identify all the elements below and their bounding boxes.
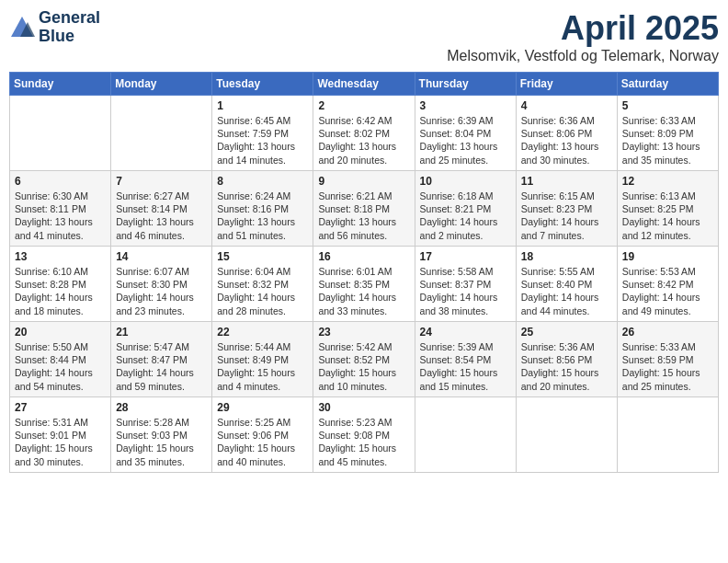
logo-line1: General [39, 9, 100, 28]
day-number: 19 [622, 250, 713, 263]
day-info: Sunrise: 5:25 AM Sunset: 9:06 PM Dayligh… [217, 416, 308, 468]
day-number: 11 [521, 175, 612, 188]
day-number: 25 [521, 326, 612, 339]
day-number: 1 [217, 99, 308, 112]
day-info: Sunrise: 6:24 AM Sunset: 8:16 PM Dayligh… [217, 190, 308, 242]
day-number: 4 [521, 99, 612, 112]
calendar-week-1: 1Sunrise: 6:45 AM Sunset: 7:59 PM Daylig… [10, 96, 719, 171]
day-info: Sunrise: 5:33 AM Sunset: 8:59 PM Dayligh… [622, 340, 713, 393]
calendar-cell: 22Sunrise: 5:44 AM Sunset: 8:49 PM Dayli… [212, 322, 313, 397]
logo-icon [9, 15, 35, 40]
day-info: Sunrise: 6:45 AM Sunset: 7:59 PM Dayligh… [217, 114, 308, 167]
calendar-cell: 10Sunrise: 6:18 AM Sunset: 8:21 PM Dayli… [415, 171, 516, 247]
day-info: Sunrise: 6:27 AM Sunset: 8:14 PM Dayligh… [116, 190, 207, 242]
calendar-cell: 1Sunrise: 6:45 AM Sunset: 7:59 PM Daylig… [212, 96, 313, 171]
calendar-cell [111, 96, 212, 171]
day-info: Sunrise: 6:01 AM Sunset: 8:35 PM Dayligh… [318, 265, 409, 317]
day-number: 30 [318, 401, 409, 414]
day-number: 21 [116, 326, 207, 339]
calendar-cell [415, 397, 516, 473]
calendar-cell: 23Sunrise: 5:42 AM Sunset: 8:52 PM Dayli… [313, 322, 415, 397]
day-number: 8 [217, 175, 308, 188]
calendar-cell: 7Sunrise: 6:27 AM Sunset: 8:14 PM Daylig… [111, 171, 212, 247]
month-title: April 2025 [447, 9, 719, 48]
day-number: 14 [116, 250, 207, 263]
logo: General Blue [9, 9, 100, 46]
calendar-cell: 16Sunrise: 6:01 AM Sunset: 8:35 PM Dayli… [313, 247, 415, 322]
calendar-cell: 12Sunrise: 6:13 AM Sunset: 8:25 PM Dayli… [617, 171, 718, 247]
calendar-table: SundayMondayTuesdayWednesdayThursdayFrid… [9, 72, 719, 473]
calendar-cell: 24Sunrise: 5:39 AM Sunset: 8:54 PM Dayli… [415, 322, 516, 397]
day-number: 17 [420, 250, 511, 263]
title-block: April 2025 Melsomvik, Vestfold og Telema… [447, 9, 719, 64]
day-number: 26 [622, 326, 713, 339]
day-info: Sunrise: 6:13 AM Sunset: 8:25 PM Dayligh… [622, 190, 713, 242]
day-info: Sunrise: 5:39 AM Sunset: 8:54 PM Dayligh… [420, 340, 511, 393]
calendar-cell: 11Sunrise: 6:15 AM Sunset: 8:23 PM Dayli… [516, 171, 617, 247]
day-info: Sunrise: 5:53 AM Sunset: 8:42 PM Dayligh… [622, 265, 713, 317]
calendar-week-3: 13Sunrise: 6:10 AM Sunset: 8:28 PM Dayli… [10, 247, 719, 322]
location-title: Melsomvik, Vestfold og Telemark, Norway [447, 48, 719, 64]
calendar-week-2: 6Sunrise: 6:30 AM Sunset: 8:11 PM Daylig… [10, 171, 719, 247]
calendar-cell: 15Sunrise: 6:04 AM Sunset: 8:32 PM Dayli… [212, 247, 313, 322]
day-number: 29 [217, 401, 308, 414]
day-info: Sunrise: 6:39 AM Sunset: 8:04 PM Dayligh… [420, 114, 511, 167]
day-number: 24 [420, 326, 511, 339]
calendar-cell: 4Sunrise: 6:36 AM Sunset: 8:06 PM Daylig… [516, 96, 617, 171]
weekday-header-saturday: Saturday [617, 73, 718, 96]
day-info: Sunrise: 6:10 AM Sunset: 8:28 PM Dayligh… [15, 265, 106, 317]
calendar-cell: 28Sunrise: 5:28 AM Sunset: 9:03 PM Dayli… [111, 397, 212, 473]
day-number: 15 [217, 250, 308, 263]
calendar-cell: 25Sunrise: 5:36 AM Sunset: 8:56 PM Dayli… [516, 322, 617, 397]
calendar-cell [10, 96, 111, 171]
logo-text: General Blue [39, 9, 100, 46]
calendar-cell: 14Sunrise: 6:07 AM Sunset: 8:30 PM Dayli… [111, 247, 212, 322]
day-info: Sunrise: 5:28 AM Sunset: 9:03 PM Dayligh… [116, 416, 207, 468]
calendar-cell [516, 397, 617, 473]
calendar-cell: 27Sunrise: 5:31 AM Sunset: 9:01 PM Dayli… [10, 397, 111, 473]
weekday-header-monday: Monday [111, 73, 212, 96]
calendar-cell: 18Sunrise: 5:55 AM Sunset: 8:40 PM Dayli… [516, 247, 617, 322]
day-number: 13 [15, 250, 106, 263]
calendar-cell: 8Sunrise: 6:24 AM Sunset: 8:16 PM Daylig… [212, 171, 313, 247]
page-header: General Blue April 2025 Melsomvik, Vestf… [9, 9, 719, 64]
day-info: Sunrise: 5:36 AM Sunset: 8:56 PM Dayligh… [521, 340, 612, 393]
day-info: Sunrise: 6:33 AM Sunset: 8:09 PM Dayligh… [622, 114, 713, 167]
weekday-header-wednesday: Wednesday [313, 73, 415, 96]
day-number: 7 [116, 175, 207, 188]
calendar-cell: 29Sunrise: 5:25 AM Sunset: 9:06 PM Dayli… [212, 397, 313, 473]
calendar-cell: 17Sunrise: 5:58 AM Sunset: 8:37 PM Dayli… [415, 247, 516, 322]
logo-line2: Blue [39, 28, 100, 46]
day-number: 5 [622, 99, 713, 112]
weekday-header-friday: Friday [516, 73, 617, 96]
calendar-cell: 21Sunrise: 5:47 AM Sunset: 8:47 PM Dayli… [111, 322, 212, 397]
day-info: Sunrise: 6:42 AM Sunset: 8:02 PM Dayligh… [318, 114, 409, 167]
day-info: Sunrise: 6:30 AM Sunset: 8:11 PM Dayligh… [15, 190, 106, 242]
day-number: 18 [521, 250, 612, 263]
calendar-cell: 19Sunrise: 5:53 AM Sunset: 8:42 PM Dayli… [617, 247, 718, 322]
day-number: 9 [318, 175, 409, 188]
day-info: Sunrise: 6:18 AM Sunset: 8:21 PM Dayligh… [420, 190, 511, 242]
day-info: Sunrise: 6:36 AM Sunset: 8:06 PM Dayligh… [521, 114, 612, 167]
day-info: Sunrise: 5:55 AM Sunset: 8:40 PM Dayligh… [521, 265, 612, 317]
day-number: 12 [622, 175, 713, 188]
calendar-week-5: 27Sunrise: 5:31 AM Sunset: 9:01 PM Dayli… [10, 397, 719, 473]
day-number: 20 [15, 326, 106, 339]
day-number: 6 [15, 175, 106, 188]
weekday-header-thursday: Thursday [415, 73, 516, 96]
day-number: 28 [116, 401, 207, 414]
day-info: Sunrise: 5:58 AM Sunset: 8:37 PM Dayligh… [420, 265, 511, 317]
weekday-header-row: SundayMondayTuesdayWednesdayThursdayFrid… [10, 73, 719, 96]
day-number: 16 [318, 250, 409, 263]
calendar-cell: 30Sunrise: 5:23 AM Sunset: 9:08 PM Dayli… [313, 397, 415, 473]
day-number: 10 [420, 175, 511, 188]
day-info: Sunrise: 5:47 AM Sunset: 8:47 PM Dayligh… [116, 340, 207, 393]
calendar-cell: 5Sunrise: 6:33 AM Sunset: 8:09 PM Daylig… [617, 96, 718, 171]
calendar-cell: 20Sunrise: 5:50 AM Sunset: 8:44 PM Dayli… [10, 322, 111, 397]
day-info: Sunrise: 5:42 AM Sunset: 8:52 PM Dayligh… [318, 340, 409, 393]
day-number: 23 [318, 326, 409, 339]
weekday-header-tuesday: Tuesday [212, 73, 313, 96]
calendar-cell: 3Sunrise: 6:39 AM Sunset: 8:04 PM Daylig… [415, 96, 516, 171]
calendar-cell: 26Sunrise: 5:33 AM Sunset: 8:59 PM Dayli… [617, 322, 718, 397]
day-info: Sunrise: 5:23 AM Sunset: 9:08 PM Dayligh… [318, 416, 409, 468]
